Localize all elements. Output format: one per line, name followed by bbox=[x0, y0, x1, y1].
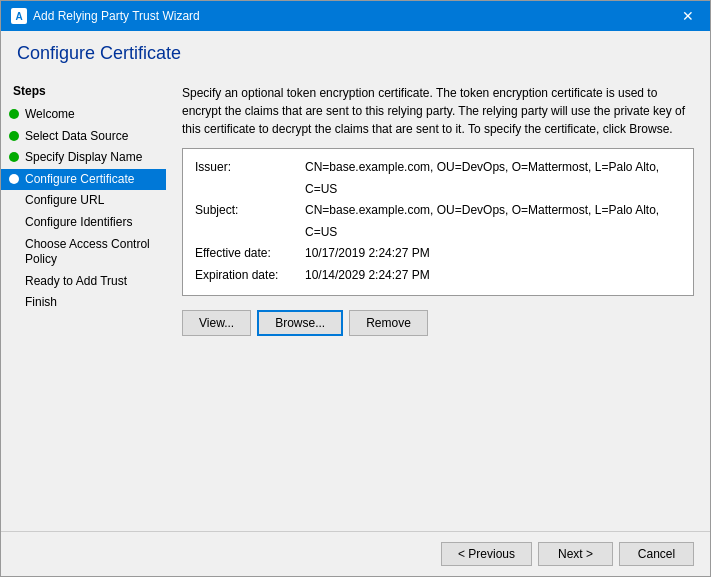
cert-issuer-row: Issuer: CN=base.example.com, OU=DevOps, … bbox=[195, 157, 681, 200]
step-label-ready: Ready to Add Trust bbox=[25, 274, 127, 290]
remove-button[interactable]: Remove bbox=[349, 310, 428, 336]
step-label-display: Specify Display Name bbox=[25, 150, 142, 166]
step-label-select: Select Data Source bbox=[25, 129, 128, 145]
sidebar-item-specify-display-name[interactable]: Specify Display Name bbox=[1, 147, 166, 169]
sidebar: Steps Welcome Select Data Source Specify… bbox=[1, 72, 166, 531]
content-area: Steps Welcome Select Data Source Specify… bbox=[1, 72, 710, 531]
sidebar-item-configure-certificate[interactable]: Configure Certificate bbox=[1, 169, 166, 191]
step-dot-cert bbox=[9, 174, 19, 184]
titlebar: A Add Relying Party Trust Wizard ✕ bbox=[1, 1, 710, 31]
sidebar-item-configure-identifiers[interactable]: Configure Identifiers bbox=[1, 212, 166, 234]
cert-subject-label: Subject: bbox=[195, 200, 305, 243]
view-button[interactable]: View... bbox=[182, 310, 251, 336]
titlebar-title: Add Relying Party Trust Wizard bbox=[33, 9, 200, 23]
sidebar-item-welcome[interactable]: Welcome bbox=[1, 104, 166, 126]
cert-buttons: View... Browse... Remove bbox=[182, 310, 694, 336]
sidebar-item-finish[interactable]: Finish bbox=[1, 292, 166, 314]
page-title: Configure Certificate bbox=[1, 31, 710, 72]
step-dot-identifiers bbox=[9, 217, 19, 227]
footer: < Previous Next > Cancel bbox=[1, 531, 710, 576]
close-button[interactable]: ✕ bbox=[676, 7, 700, 25]
description-text: Specify an optional token encryption cer… bbox=[182, 84, 694, 138]
cert-effective-row: Effective date: 10/17/2019 2:24:27 PM bbox=[195, 243, 681, 265]
step-label-finish: Finish bbox=[25, 295, 57, 311]
step-label-access: Choose Access Control Policy bbox=[25, 237, 158, 268]
main-panel: Specify an optional token encryption cer… bbox=[166, 72, 710, 531]
step-dot-select bbox=[9, 131, 19, 141]
sidebar-item-configure-url[interactable]: Configure URL bbox=[1, 190, 166, 212]
app-icon: A bbox=[11, 8, 27, 24]
step-dot-welcome bbox=[9, 109, 19, 119]
cancel-button[interactable]: Cancel bbox=[619, 542, 694, 566]
step-dot-access bbox=[9, 239, 19, 249]
step-label-cert: Configure Certificate bbox=[25, 172, 134, 188]
next-button[interactable]: Next > bbox=[538, 542, 613, 566]
titlebar-left: A Add Relying Party Trust Wizard bbox=[11, 8, 200, 24]
cert-expiration-value: 10/14/2029 2:24:27 PM bbox=[305, 265, 430, 287]
step-label-welcome: Welcome bbox=[25, 107, 75, 123]
cert-effective-value: 10/17/2019 2:24:27 PM bbox=[305, 243, 430, 265]
step-dot-finish bbox=[9, 297, 19, 307]
cert-expiration-row: Expiration date: 10/14/2029 2:24:27 PM bbox=[195, 265, 681, 287]
sidebar-label: Steps bbox=[1, 80, 166, 104]
window: A Add Relying Party Trust Wizard ✕ Confi… bbox=[0, 0, 711, 577]
cert-subject-value: CN=base.example.com, OU=DevOps, O=Matter… bbox=[305, 200, 681, 243]
sidebar-item-choose-access-control[interactable]: Choose Access Control Policy bbox=[1, 234, 166, 271]
certificate-box: Issuer: CN=base.example.com, OU=DevOps, … bbox=[182, 148, 694, 296]
browse-button[interactable]: Browse... bbox=[257, 310, 343, 336]
sidebar-item-ready-to-add-trust[interactable]: Ready to Add Trust bbox=[1, 271, 166, 293]
step-label-url: Configure URL bbox=[25, 193, 104, 209]
sidebar-item-select-data-source[interactable]: Select Data Source bbox=[1, 126, 166, 148]
cert-subject-row: Subject: CN=base.example.com, OU=DevOps,… bbox=[195, 200, 681, 243]
step-dot-url bbox=[9, 195, 19, 205]
step-label-identifiers: Configure Identifiers bbox=[25, 215, 132, 231]
step-dot-ready bbox=[9, 276, 19, 286]
cert-expiration-label: Expiration date: bbox=[195, 265, 305, 287]
cert-issuer-value: CN=base.example.com, OU=DevOps, O=Matter… bbox=[305, 157, 681, 200]
step-dot-display bbox=[9, 152, 19, 162]
cert-effective-label: Effective date: bbox=[195, 243, 305, 265]
previous-button[interactable]: < Previous bbox=[441, 542, 532, 566]
cert-issuer-label: Issuer: bbox=[195, 157, 305, 200]
